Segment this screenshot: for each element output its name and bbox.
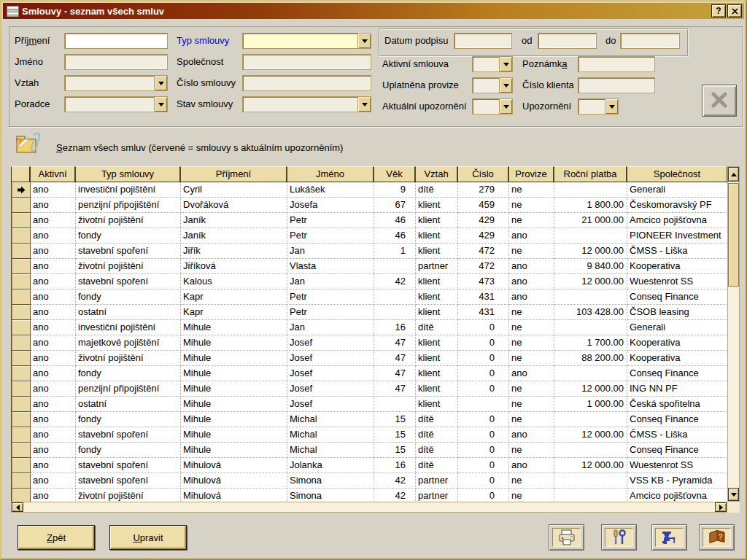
aktivni-smlouva-combo-arrow[interactable] (499, 57, 512, 71)
help-button[interactable]: ? (699, 524, 735, 551)
stav-smlouvy-combo-arrow[interactable] (357, 97, 371, 112)
table-row[interactable]: anoostatníMihuleJosefklientne1 000.00Čes… (12, 397, 727, 412)
upozorneni-combo-arrow[interactable] (605, 99, 618, 114)
datum-podpisu-input[interactable] (454, 33, 512, 49)
typ-smlouvy-combo[interactable] (242, 33, 371, 49)
row-selector-cell[interactable] (12, 412, 31, 427)
table-row[interactable]: anopenzijní připojištěníDvořákováJosefa6… (12, 198, 727, 213)
table-row[interactable]: anofondyMihuleMichal15dítě0neConseq Fina… (12, 443, 727, 458)
aktivni-smlouva-combo[interactable] (472, 56, 513, 72)
row-selector-cell[interactable] (12, 381, 31, 397)
aktualni-upozorneni-combo-arrow[interactable] (499, 99, 512, 114)
uplatnena-provize-combo[interactable] (472, 77, 513, 93)
row-selector-cell[interactable] (12, 289, 31, 305)
row-selector-cell[interactable] (12, 320, 31, 335)
row-selector-cell[interactable] (12, 427, 31, 443)
table-cell (554, 228, 627, 244)
table-row[interactable]: anostavební spořeníJiříkJan1klient472ne1… (12, 244, 727, 259)
row-selector-cell[interactable] (12, 473, 31, 489)
column-header[interactable]: Roční platba (554, 166, 627, 182)
typ-smlouvy-combo-arrow[interactable] (357, 34, 371, 48)
vztah-combo[interactable] (64, 75, 168, 91)
scroll-right-button[interactable] (715, 502, 727, 512)
jmeno-input[interactable] (64, 54, 168, 70)
table-row[interactable]: anomajetkové pojištěníMihuleJosef47klien… (12, 335, 727, 351)
prijmeni-input[interactable] (64, 33, 168, 49)
row-selector-cell[interactable] (12, 443, 31, 458)
table-row[interactable]: anopenzijní připojištěníMihuleJosef47kli… (12, 381, 727, 397)
row-selector-cell[interactable] (12, 366, 31, 381)
titlebar-help-button[interactable]: ? (711, 4, 726, 18)
row-selector-cell[interactable] (12, 489, 31, 502)
column-header[interactable]: Společnost (627, 166, 727, 182)
clear-filter-button[interactable] (702, 85, 737, 117)
horizontal-scrollbar[interactable] (11, 502, 727, 513)
table-cell: Conseq Finance (627, 412, 727, 427)
back-button[interactable]: Zpět (18, 525, 95, 550)
row-selector-cell[interactable] (12, 213, 31, 228)
do-input[interactable] (620, 33, 680, 49)
table-row[interactable]: anoinvestiční pojištěníMihuleJan16dítě0n… (12, 320, 727, 335)
table-cell: klient (416, 366, 458, 381)
column-header[interactable]: Jméno (287, 166, 374, 182)
row-selector-cell[interactable] (12, 259, 31, 274)
row-selector-cell[interactable] (12, 228, 31, 244)
column-header[interactable]: Typ smlouvy (75, 166, 180, 182)
cislo-smlouvy-input[interactable] (242, 75, 371, 91)
column-header[interactable]: Číslo (457, 166, 508, 182)
row-selector-cell[interactable] (12, 335, 31, 351)
tools-button[interactable] (601, 524, 637, 551)
edit-button[interactable]: Upravit (109, 525, 187, 550)
column-header[interactable]: Aktivní (30, 166, 75, 182)
column-header[interactable]: Příjmení (180, 166, 287, 182)
table-cell: 0 (458, 458, 509, 473)
row-selector-cell[interactable] (12, 182, 31, 198)
table-cell: 472 (458, 259, 509, 274)
poradce-combo-arrow[interactable] (154, 97, 167, 112)
table-row[interactable]: anoživotní pojištěníJaníkPetr46klient429… (12, 213, 727, 228)
table-row[interactable]: anoživotní pojištěníMihuleJosef47klient0… (12, 351, 727, 366)
table-row[interactable]: anostavební spořeníMihulováJolanka16dítě… (12, 458, 727, 473)
table-row[interactable]: anostavební spořeníMihulováSimona42partn… (12, 473, 727, 489)
scroll-left-button[interactable] (12, 502, 23, 512)
column-header[interactable]: Věk (374, 166, 415, 182)
table-row[interactable]: anoživotní pojištěníMihulováSimona42part… (12, 489, 727, 502)
row-selector-cell[interactable] (12, 351, 31, 366)
print-button[interactable] (549, 524, 584, 551)
column-header[interactable]: Vztah (415, 166, 457, 182)
table-row[interactable]: anoostatníKaprPetrklient431ne103 428.00Č… (12, 305, 727, 320)
od-input[interactable] (538, 33, 597, 49)
row-selector-cell[interactable] (12, 198, 31, 213)
row-selector-cell[interactable] (12, 397, 31, 412)
row-selector-cell[interactable] (12, 305, 31, 320)
spolecnost-input[interactable] (242, 54, 371, 70)
table-row[interactable]: anofondyJaníkPetr46klient429anoPIONEER I… (12, 228, 727, 244)
table-row[interactable]: anofondyMihuleJosef47klient0anoConseq Fi… (12, 366, 727, 381)
vertical-scroll-thumb[interactable] (728, 183, 739, 287)
table-cell: stavební spoření (76, 274, 181, 289)
cislo-klienta-input[interactable] (578, 77, 655, 93)
row-selector-cell[interactable] (12, 458, 31, 473)
stav-smlouvy-combo[interactable] (242, 96, 371, 112)
table-row[interactable]: anostavební spořeníKalousJan42klient473a… (12, 274, 727, 289)
row-selector-cell[interactable] (12, 274, 31, 289)
poradce-combo[interactable] (64, 96, 168, 112)
poznamka-input[interactable] (578, 56, 655, 72)
table-row[interactable]: anoživotní pojištěníJiříkováVlastapartne… (12, 259, 727, 274)
grinder-button[interactable] (651, 524, 687, 551)
uplatnena-provize-combo-arrow[interactable] (499, 78, 512, 93)
scroll-up-button[interactable] (728, 167, 739, 182)
vztah-combo-arrow[interactable] (154, 76, 167, 90)
column-header[interactable]: Provize (508, 166, 554, 182)
titlebar-close-button[interactable] (727, 4, 742, 18)
upozorneni-combo[interactable] (578, 98, 619, 114)
vertical-scrollbar[interactable] (727, 166, 740, 502)
table-row[interactable]: anostavební spořeníMihuleMichal15dítě0an… (12, 427, 727, 443)
aktualni-upozorneni-combo[interactable] (472, 98, 513, 114)
table-row[interactable]: anofondyKaprPetrklient431anoConseq Finan… (12, 289, 727, 305)
titlebar[interactable]: Smlouvy - seznam všech smluv ? (3, 3, 744, 19)
row-selector-cell[interactable] (12, 244, 31, 259)
scroll-down-button[interactable] (728, 488, 739, 501)
table-row[interactable]: anofondyMihuleMichal15dítě0neConseq Fina… (12, 412, 727, 427)
table-row[interactable]: anoinvestiční pojištěníCyrilLukášek9dítě… (12, 182, 727, 198)
